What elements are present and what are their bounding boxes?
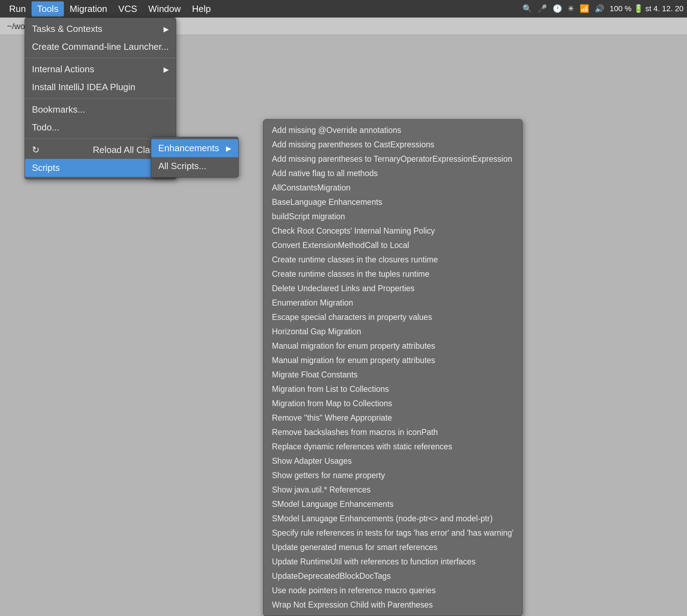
enhancement-item-31[interactable]: UpdateDeprecatedBlockDocTags	[264, 569, 522, 583]
arrow-icon-4: ▶	[226, 144, 231, 153]
menu-tools[interactable]: Tools	[32, 1, 64, 16]
enhancement-item-21[interactable]: Remove backslashes from macros in iconPa…	[264, 425, 522, 440]
battery-info: 100 % 🔋 st 4. 12. 20	[610, 4, 683, 13]
enhancement-item-19[interactable]: Migration from Map to Collections	[264, 396, 522, 411]
enhancement-item-9[interactable]: Create runtime classes in the closures r…	[264, 253, 522, 267]
menu-bookmarks[interactable]: Bookmarks...	[25, 101, 176, 119]
enhancement-item-27[interactable]: SModel Lanugage Enhancements (node-ptr<>…	[264, 511, 522, 526]
enhancement-item-33[interactable]: Wrap Not Expression Child with Parenthes…	[264, 598, 522, 612]
enhancement-item-6[interactable]: buildScript migration	[264, 209, 522, 224]
enhancement-item-14[interactable]: Horizontal Gap Migration	[264, 324, 522, 339]
enhancement-item-1[interactable]: Add missing parentheses to CastExpressio…	[264, 138, 522, 152]
bluetooth-icon: ✳	[568, 4, 574, 13]
clock-icon: 🕐	[553, 4, 562, 13]
enhancement-item-15[interactable]: Manual migration for enum property attri…	[264, 339, 522, 353]
enhancement-item-25[interactable]: Show java.util.* References	[264, 483, 522, 497]
enhancement-item-18[interactable]: Migration from List to Collections	[264, 382, 522, 396]
enhancement-item-11[interactable]: Delete Undeclared Links and Properties	[264, 281, 522, 296]
enhancement-item-0[interactable]: Add missing @Override annotations	[264, 123, 522, 138]
enhancement-item-20[interactable]: Remove "this" Where Appropriate	[264, 411, 522, 425]
enhancements-panel: Add missing @Override annotations Add mi…	[263, 119, 522, 616]
enhancement-item-17[interactable]: Migrate Float Constants	[264, 368, 522, 382]
scripts-dropdown: Enhancements ▶ All Scripts...	[151, 137, 239, 178]
menu-migration[interactable]: Migration	[64, 1, 113, 16]
enhancement-item-8[interactable]: Convert ExtensionMethodCall to Local	[264, 238, 522, 253]
enhancement-item-22[interactable]: Replace dynamic references with static r…	[264, 440, 522, 454]
reload-icon: ↻	[32, 145, 40, 155]
menu-tasks-contexts[interactable]: Tasks & Contexts ▶	[25, 20, 176, 38]
enhancement-item-12[interactable]: Enumeration Migration	[264, 296, 522, 310]
menubar: Run Tools Migration VCS Window Help 🔍 🎤 …	[0, 0, 687, 18]
enhancement-item-13[interactable]: Escape special characters in property va…	[264, 310, 522, 324]
enhancement-item-7[interactable]: Check Root Concepts' Internal Naming Pol…	[264, 224, 522, 238]
menubar-right: 🔍 🎤 🕐 ✳ 📶 🔊 100 % 🔋 st 4. 12. 20	[522, 4, 683, 13]
enhancement-item-28[interactable]: Specify rule references in tests for tag…	[264, 526, 522, 540]
enhancement-item-32[interactable]: Use node pointers in reference macro que…	[264, 583, 522, 598]
menu-todo[interactable]: Todo...	[25, 119, 176, 136]
separator-1	[25, 58, 176, 58]
enhancement-item-16[interactable]: Manual migration for enum property attri…	[264, 353, 522, 368]
menu-help[interactable]: Help	[186, 1, 216, 16]
menu-run[interactable]: Run	[4, 1, 32, 16]
separator-2	[25, 98, 176, 99]
arrow-icon-2: ▶	[164, 65, 169, 74]
menu-create-launcher[interactable]: Create Command-line Launcher...	[25, 38, 176, 56]
menu-window[interactable]: Window	[143, 1, 186, 16]
enhancement-item-23[interactable]: Show Adapter Usages	[264, 454, 522, 468]
enhancement-item-2[interactable]: Add missing parentheses to TernaryOperat…	[264, 152, 522, 166]
enhancement-item-30[interactable]: Update RuntimeUtil with references to fu…	[264, 555, 522, 569]
enhancement-item-24[interactable]: Show getters for name property	[264, 468, 522, 483]
menu-internal-actions[interactable]: Internal Actions ▶	[25, 60, 176, 78]
enhancement-item-3[interactable]: Add native flag to all methods	[264, 166, 522, 181]
enhancement-item-5[interactable]: BaseLanguage Enhancements	[264, 195, 522, 209]
menu-all-scripts[interactable]: All Scripts...	[151, 157, 238, 175]
microphone-icon: 🎤	[538, 4, 547, 13]
wifi-icon: 📶	[580, 4, 589, 13]
volume-icon: 🔊	[595, 4, 604, 13]
menu-install-plugin[interactable]: Install IntelliJ IDEA Plugin	[25, 78, 176, 96]
enhancement-item-29[interactable]: Update generated menus for smart referen…	[264, 540, 522, 555]
enhancement-item-10[interactable]: Create runtime classes in the tuples run…	[264, 267, 522, 281]
arrow-icon: ▶	[164, 25, 169, 33]
menu-vcs[interactable]: VCS	[113, 1, 142, 16]
search-icon: 🔍	[522, 4, 532, 13]
menu-enhancements[interactable]: Enhancements ▶	[151, 139, 238, 157]
enhancement-item-4[interactable]: AllConstantsMigration	[264, 181, 522, 195]
enhancement-item-26[interactable]: SModel Language Enhancements	[264, 497, 522, 511]
